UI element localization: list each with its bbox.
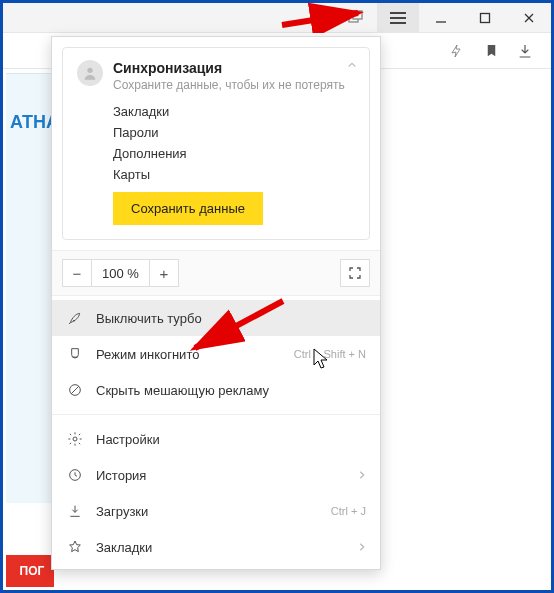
- sync-title: Синхронизация: [113, 60, 345, 76]
- sync-subtitle: Сохраните данные, чтобы их не потерять: [113, 78, 345, 92]
- turbo-indicator-icon[interactable]: [450, 43, 466, 59]
- fullscreen-icon: [349, 267, 361, 279]
- menu-item-turbo[interactable]: Выключить турбо: [52, 300, 380, 336]
- menu-item-bookmarks[interactable]: Закладки: [52, 529, 380, 565]
- avatar-icon: [77, 60, 103, 86]
- menu-item-label: Режим инкогнито: [96, 347, 199, 362]
- minimize-button[interactable]: [419, 3, 463, 33]
- new-tab-button[interactable]: [335, 3, 377, 33]
- menu-item-label: Загрузки: [96, 504, 148, 519]
- zoom-row: − 100 % +: [52, 250, 380, 296]
- menu-item-history[interactable]: История: [52, 457, 380, 493]
- menu-item-settings[interactable]: Настройки: [52, 421, 380, 457]
- chevron-right-icon: [358, 470, 366, 480]
- sync-save-button[interactable]: Сохранить данные: [113, 192, 263, 225]
- menu-item-label: Закладки: [96, 540, 152, 555]
- history-icon: [66, 466, 84, 484]
- svg-point-9: [73, 437, 77, 441]
- svg-rect-1: [353, 11, 362, 19]
- zoom-value: 100 %: [92, 259, 149, 287]
- zoom-out-button[interactable]: −: [62, 259, 92, 287]
- sync-link-cards[interactable]: Карты: [113, 167, 355, 182]
- menu-item-label: Настройки: [96, 432, 160, 447]
- page-red-block: ПОГ: [6, 555, 54, 587]
- close-button[interactable]: [507, 3, 551, 33]
- main-menu-button[interactable]: [377, 3, 419, 33]
- svg-rect-3: [481, 13, 490, 22]
- block-icon: [66, 381, 84, 399]
- sync-card: Синхронизация Сохраните данные, чтобы их…: [62, 47, 370, 240]
- sync-link-passwords[interactable]: Пароли: [113, 125, 355, 140]
- incognito-icon: [66, 345, 84, 363]
- menu-item-label: История: [96, 468, 146, 483]
- zoom-in-button[interactable]: +: [149, 259, 179, 287]
- download-icon: [66, 502, 84, 520]
- menu-item-hide-ads[interactable]: Скрыть мешающую рекламу: [52, 372, 380, 408]
- menu-item-downloads[interactable]: Загрузки Ctrl + J: [52, 493, 380, 529]
- gear-icon: [66, 430, 84, 448]
- cursor-icon: [313, 348, 331, 370]
- menu-item-label: Выключить турбо: [96, 311, 202, 326]
- rocket-icon: [66, 309, 84, 327]
- collapse-icon[interactable]: [347, 60, 357, 70]
- menu-item-label: Скрыть мешающую рекламу: [96, 383, 269, 398]
- sync-link-bookmarks[interactable]: Закладки: [113, 104, 355, 119]
- fullscreen-button[interactable]: [340, 259, 370, 287]
- bookmarks-toolbar-icon[interactable]: [484, 43, 499, 58]
- shortcut-text: Ctrl + J: [331, 505, 366, 517]
- maximize-button[interactable]: [463, 3, 507, 33]
- svg-point-6: [87, 68, 92, 73]
- sync-link-addons[interactable]: Дополнения: [113, 146, 355, 161]
- hamburger-icon: [390, 12, 406, 24]
- svg-line-8: [71, 386, 79, 394]
- downloads-toolbar-icon[interactable]: [517, 43, 533, 59]
- window-titlebar: [3, 3, 551, 33]
- star-icon: [66, 538, 84, 556]
- menu-divider: [52, 414, 380, 415]
- chevron-right-icon: [358, 542, 366, 552]
- main-menu-dropdown: Синхронизация Сохраните данные, чтобы их…: [51, 36, 381, 570]
